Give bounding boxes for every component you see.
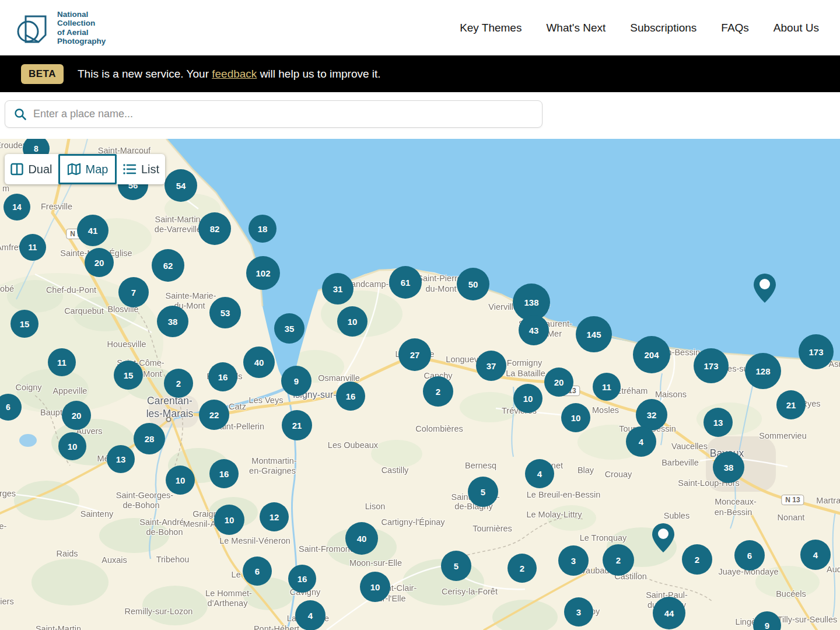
cluster-marker[interactable]: 14 <box>4 194 30 220</box>
beta-message: This is a new service. Your feedback wil… <box>78 68 381 80</box>
cluster-marker[interactable]: 16 <box>209 459 239 488</box>
cluster-marker[interactable]: 10 <box>513 384 542 413</box>
cluster-marker[interactable]: 13 <box>704 408 733 437</box>
dual-view-button[interactable]: Dual <box>5 154 58 184</box>
cluster-marker[interactable]: 20 <box>544 368 573 397</box>
cluster-marker[interactable]: 21 <box>776 390 806 419</box>
list-view-button[interactable]: List <box>117 154 165 184</box>
cluster-marker[interactable]: 22 <box>199 400 229 430</box>
cluster-marker[interactable]: 6 <box>243 556 272 586</box>
cluster-marker[interactable]: 15 <box>114 360 143 390</box>
list-label: List <box>141 163 159 176</box>
cluster-marker[interactable]: 3 <box>558 545 589 576</box>
cluster-marker[interactable]: 2 <box>508 554 537 583</box>
cluster-marker[interactable]: 27 <box>398 338 431 371</box>
cluster-marker[interactable]: 5 <box>441 551 471 581</box>
location-pin[interactable] <box>652 523 674 555</box>
cluster-marker[interactable]: 128 <box>745 353 781 389</box>
cluster-marker[interactable]: 44 <box>653 597 685 629</box>
feedback-link[interactable]: feedback <box>212 68 257 80</box>
cluster-marker[interactable]: 40 <box>243 346 275 378</box>
cluster-marker[interactable]: 204 <box>633 336 670 373</box>
cluster-marker[interactable]: 16 <box>288 565 316 593</box>
cluster-marker[interactable]: 41 <box>77 215 108 246</box>
town-dot <box>166 417 172 422</box>
cluster-marker[interactable]: 2 <box>682 544 712 575</box>
cluster-marker[interactable]: 145 <box>576 316 612 352</box>
cluster-marker[interactable]: 32 <box>636 399 667 430</box>
cluster-marker[interactable]: 3 <box>564 597 593 626</box>
cluster-marker[interactable]: 62 <box>152 249 184 282</box>
cluster-marker[interactable]: 10 <box>360 572 390 602</box>
cluster-marker[interactable]: 2 <box>423 376 453 407</box>
view-toggle: Dual Map List <box>5 154 165 184</box>
site-header: National Collection of Aerial Photograph… <box>0 0 840 55</box>
cluster-marker[interactable]: 21 <box>282 410 312 440</box>
cluster-marker[interactable]: 4 <box>626 426 656 457</box>
search-section <box>0 92 840 139</box>
nav-whats-next[interactable]: What's Next <box>546 22 606 34</box>
cluster-marker[interactable]: 2 <box>164 369 193 398</box>
dual-label: Dual <box>28 163 52 176</box>
cluster-marker[interactable]: 11 <box>19 234 46 261</box>
nav-about-us[interactable]: About Us <box>774 22 819 34</box>
search-icon <box>13 107 27 121</box>
map-canvas[interactable]: ÉroudevilleSaint-MarcoufmFresvilleSaint-… <box>0 139 840 630</box>
location-pin[interactable] <box>754 274 776 305</box>
cluster-marker[interactable]: 10 <box>337 306 368 337</box>
cluster-marker[interactable]: 43 <box>519 315 549 345</box>
cluster-marker[interactable]: 28 <box>134 423 165 454</box>
ncap-logo[interactable]: National Collection of Aerial Photograph… <box>13 9 106 47</box>
cluster-marker[interactable]: 20 <box>85 248 114 277</box>
cluster-marker[interactable]: 10 <box>166 466 195 495</box>
cluster-marker[interactable]: 15 <box>10 310 38 338</box>
cluster-marker[interactable]: 50 <box>457 268 489 300</box>
cluster-marker[interactable]: 38 <box>713 452 744 483</box>
cluster-marker[interactable]: 54 <box>164 169 197 202</box>
list-icon <box>123 163 136 176</box>
cluster-marker[interactable]: 35 <box>274 313 304 344</box>
cluster-marker[interactable]: 37 <box>476 351 506 381</box>
cluster-marker[interactable]: 4 <box>295 600 326 630</box>
cluster-marker[interactable]: 40 <box>345 522 378 555</box>
map-view-button[interactable]: Map <box>58 154 117 184</box>
cluster-marker[interactable]: 31 <box>322 273 354 304</box>
cluster-marker[interactable]: 173 <box>799 334 834 369</box>
cluster-marker[interactable]: 18 <box>249 215 276 243</box>
cluster-marker[interactable]: 10 <box>214 505 244 535</box>
main-nav: Key Themes What's Next Subscriptions FAQ… <box>460 22 819 34</box>
cluster-marker[interactable]: 4 <box>800 540 831 570</box>
cluster-marker[interactable]: 12 <box>260 502 289 531</box>
search-input[interactable] <box>33 108 534 120</box>
cluster-marker[interactable]: 13 <box>107 445 135 473</box>
cluster-marker[interactable]: 53 <box>209 297 241 328</box>
cluster-marker[interactable]: 11 <box>593 373 621 401</box>
cluster-marker[interactable]: 102 <box>246 256 280 290</box>
cluster-marker[interactable]: 20 <box>62 401 91 430</box>
beta-badge: BETA <box>21 64 64 84</box>
nav-subscriptions[interactable]: Subscriptions <box>630 22 696 34</box>
cluster-marker[interactable]: 2 <box>603 544 634 576</box>
cluster-marker[interactable]: 4 <box>525 459 554 488</box>
cluster-marker[interactable]: 7 <box>118 277 149 307</box>
cluster-marker[interactable]: 16 <box>208 362 237 391</box>
cluster-marker[interactable]: 38 <box>157 306 188 337</box>
cluster-marker[interactable]: 5 <box>468 477 498 507</box>
cluster-marker[interactable]: 82 <box>198 212 231 245</box>
cluster-marker[interactable]: 10 <box>561 403 590 432</box>
cluster-marker[interactable]: 9 <box>281 366 312 396</box>
ncap-logo-icon <box>13 9 51 47</box>
place-search[interactable] <box>5 100 542 128</box>
cluster-marker[interactable]: 11 <box>48 348 76 376</box>
cluster-marker[interactable]: 173 <box>694 348 729 383</box>
road-shield-badge: N 13 <box>781 495 804 505</box>
cluster-marker[interactable]: 6 <box>734 540 765 570</box>
nav-faqs[interactable]: FAQs <box>721 22 749 34</box>
cluster-marker[interactable]: 61 <box>389 266 422 299</box>
nav-key-themes[interactable]: Key Themes <box>460 22 522 34</box>
cluster-marker[interactable]: 10 <box>58 432 86 460</box>
beta-banner: BETA This is a new service. Your feedbac… <box>0 55 840 92</box>
map-icon <box>67 163 81 176</box>
cluster-marker[interactable]: 16 <box>336 382 365 411</box>
dual-pane-icon <box>10 163 23 176</box>
